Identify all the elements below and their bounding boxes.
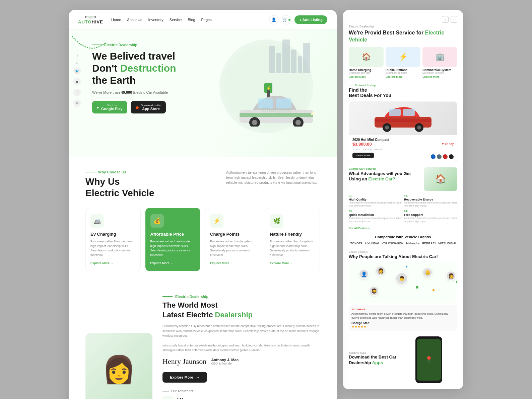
nav-about[interactable]: About Us: [127, 18, 142, 22]
ev-image-card[interactable]: 🏠 Home Charging Description text here Ex…: [349, 47, 384, 78]
test-title: Why People are Talking About Electric Ca…: [349, 254, 457, 260]
svg-rect-13: [403, 109, 415, 116]
user-icon-btn[interactable]: 👤: [269, 15, 278, 24]
nav-service[interactable]: Service: [170, 18, 182, 22]
ev-img-placeholder: 🏢: [422, 47, 457, 67]
svg-point-9: [295, 120, 301, 125]
avatar-center: 👨: [396, 272, 408, 285]
dealership-desc1: Distinctively redefine fully researched …: [162, 324, 320, 338]
avatar-1: 👤: [359, 269, 369, 279]
dealership-section: 👩 Electric Dealership The World Most Lat…: [69, 281, 337, 399]
ev-image-card[interactable]: ⚡ Public Stations Description text here …: [386, 47, 420, 78]
color-option[interactable]: [437, 154, 442, 159]
buildings: [269, 39, 310, 73]
color-option[interactable]: [431, 154, 436, 159]
cart-icon-btn[interactable]: 🛒: [282, 15, 291, 24]
adv-item-title: Quick Installation: [349, 213, 402, 217]
ev-explore-link[interactable]: Explore More →: [386, 75, 420, 78]
achievement-item: 🔋 16k+ Charging Station: [162, 396, 320, 399]
deal-meta-item: Electric: [374, 148, 383, 151]
view-details-button[interactable]: View Details: [352, 153, 374, 158]
feature-link[interactable]: Explore More →: [270, 261, 315, 265]
feature-link[interactable]: Explore More →: [150, 261, 196, 265]
feature-link[interactable]: Explore More →: [90, 261, 136, 265]
add-listing-button[interactable]: + Add Listing: [294, 15, 327, 24]
avatar-4: 👩: [446, 271, 456, 281]
behance-icon[interactable]: 𝗕: [73, 78, 81, 85]
svg-rect-12: [389, 109, 401, 116]
feature-title: Affordable Price: [150, 232, 196, 237]
feature-title: Charge Points: [210, 232, 255, 237]
deal-colors: [431, 154, 454, 159]
adv-title: What Advantages will you Get Using an El…: [349, 171, 420, 182]
email-icon[interactable]: ✉: [73, 99, 81, 107]
svg-rect-5: [276, 98, 291, 108]
nav-inventory[interactable]: Inventory: [148, 18, 163, 22]
test-tag: Client Feedback: [349, 250, 457, 253]
deals-section: Featured Listing Find the Best Deals For…: [349, 84, 457, 162]
ceo-role: CEO & Founder: [211, 362, 239, 365]
hero-section: Follow on 🐦 𝗕 f ✉ Electric Dealership We…: [69, 29, 337, 157]
color-option[interactable]: [449, 154, 454, 159]
ev-explore-link[interactable]: Explore More →: [422, 75, 457, 78]
feature-card-nature-friendly[interactable]: 🌿 Nature Friendly Processes rather than …: [265, 208, 320, 271]
next-btn[interactable]: ›: [451, 16, 457, 23]
achievements: Our Achivment 🔋 16k+ Charging Station 🚗 …: [162, 389, 320, 399]
car-body: Charging: [236, 93, 317, 127]
logo-text: AUTOHIVE: [78, 19, 103, 24]
why-desc: Authoritatively iterate team driven proc…: [226, 170, 320, 185]
achievements-list: 🔋 16k+ Charging Station 🚗 450+ Autohive …: [162, 396, 320, 399]
person-figure: 👩: [102, 354, 136, 385]
advantages-section: Electric Car Featured What Advantages wi…: [349, 167, 457, 230]
feature-card-charge-points[interactable]: ⚡ Charge Points Processes rather than lo…: [205, 208, 260, 271]
svg-point-1: [87, 16, 94, 18]
facebook-icon[interactable]: f: [73, 89, 81, 96]
brands-row: TOYOTAHYUNDAIVOLKSWAGENMahindraFERRARIMI…: [349, 242, 457, 245]
nav-actions: 👤 🛒 + Add Listing: [269, 15, 327, 24]
feature-link[interactable]: Explore More →: [210, 261, 255, 265]
deals-title: Find the Best Deals For You: [349, 87, 457, 98]
brand-logo-mahindra: Mahindra: [406, 242, 419, 245]
brand-logo-volkswagen: VOLKSWAGEN: [382, 242, 403, 245]
explore-button[interactable]: Explore More →: [162, 372, 207, 383]
nav-home[interactable]: Home: [111, 18, 121, 22]
feature-icon: 💰: [150, 214, 164, 228]
adv-item-num: 01.: [349, 194, 402, 197]
twitter-icon[interactable]: 🐦: [73, 67, 81, 75]
app-tag: Autohive Apps: [349, 351, 396, 354]
ev-explore-link[interactable]: Explore More →: [349, 75, 384, 78]
color-option[interactable]: [443, 154, 448, 159]
signature-row: Henry Jaunson Anthony J. Mao CEO & Found…: [162, 357, 320, 366]
app-screen: 📍: [417, 339, 441, 381]
ev-service-header: Electric Dealership: [349, 25, 457, 28]
brand-logo-toyota: TOYOTA: [350, 242, 363, 245]
svg-point-10: [311, 112, 314, 115]
prev-btn[interactable]: ‹: [442, 16, 449, 23]
app-section: Autohive Apps Download the Best Car Deal…: [349, 336, 457, 383]
adv-item-num: 04.: [404, 210, 457, 213]
deal-car-image: [349, 102, 457, 135]
adv-tag: Electric Car Featured: [349, 167, 420, 170]
brand-logo-hyundai: HYUNDAI: [365, 242, 379, 245]
dealership-content: Electric Dealership The World Most Lates…: [162, 295, 320, 399]
google-play-button[interactable]: ▶ Get it onGoogle Play: [92, 101, 127, 113]
nav-blog[interactable]: Blog: [188, 18, 195, 22]
adv-item-num: 02.: [404, 194, 457, 197]
nav-pages[interactable]: Pages: [201, 18, 212, 22]
app-store-button[interactable]: 🍎 Download on theApp Store: [131, 101, 166, 113]
feature-card-ev-charging[interactable]: 🚐 Ev Charging Processes rather than long…: [85, 208, 141, 271]
feature-desc: Processes rather than long-term high imp…: [90, 239, 136, 257]
achievement-number: 16k+: [177, 397, 199, 399]
svg-point-15: [385, 126, 389, 130]
ev-img-label: Commercial System: [422, 68, 457, 72]
review-label: AUTOHIVE: [351, 308, 455, 311]
feature-card-affordable-price[interactable]: 💰 Affordable Price Processes rather than…: [145, 208, 201, 271]
star-rating: ★★★★★: [351, 325, 455, 328]
ev-image-card[interactable]: 🏢 Commercial System Description text her…: [422, 47, 457, 78]
adv-item-num: 03.: [349, 210, 402, 213]
left-panel: AUTOHIVE Home About Us Inventory Service…: [69, 10, 337, 399]
see-all-button[interactable]: See All Features →: [349, 227, 457, 230]
dot-green: [416, 286, 418, 289]
svg-rect-18: [375, 119, 431, 122]
why-tag: Why Choose Us: [85, 170, 154, 174]
